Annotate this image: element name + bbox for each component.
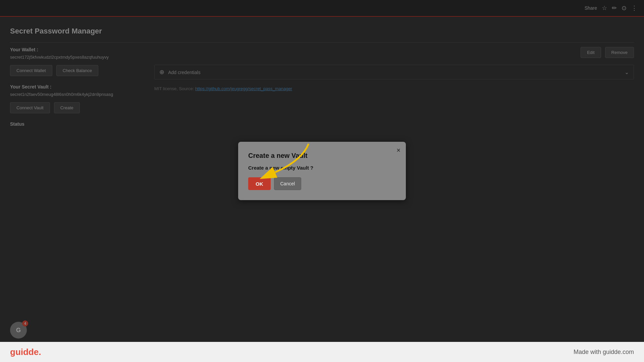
modal-cancel-button[interactable]: Cancel <box>274 177 302 190</box>
modal-title: Create a new Vault <box>248 152 396 160</box>
modal-close-button[interactable]: × <box>396 146 400 154</box>
modal-overlay: Create a new Vault × Create a new empty … <box>0 0 644 342</box>
modal-ok-button[interactable]: OK <box>248 177 271 190</box>
footer: guidde. Made with guidde.com <box>0 342 644 362</box>
arrow-annotation <box>255 140 322 181</box>
footer-tagline: Made with guidde.com <box>574 349 634 356</box>
footer-logo: guidde. <box>10 347 41 357</box>
modal-dialog: Create a new Vault × Create a new empty … <box>238 142 406 200</box>
modal-buttons: OK Cancel <box>248 177 396 190</box>
modal-question: Create a new empty Vault ? <box>248 165 396 171</box>
